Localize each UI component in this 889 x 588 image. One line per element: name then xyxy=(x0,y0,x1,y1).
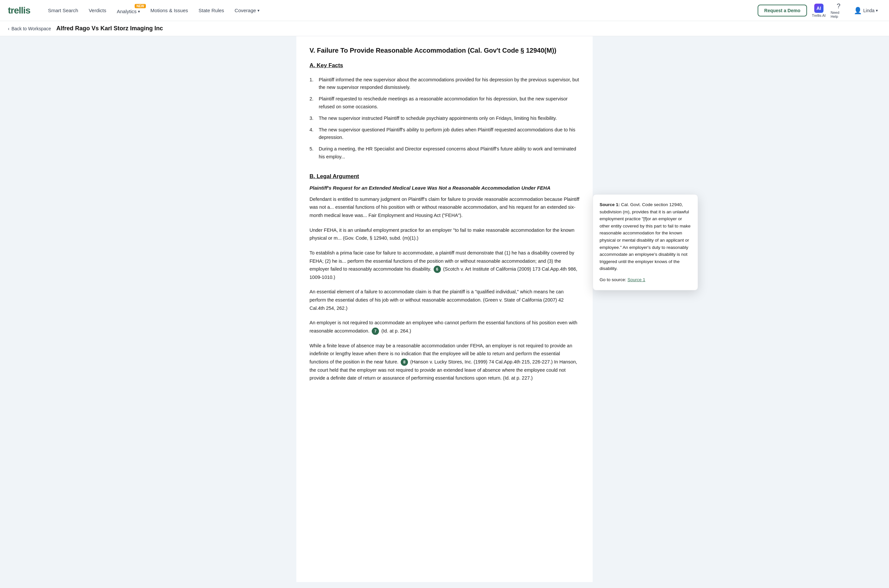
ai-icon: AI xyxy=(814,4,823,13)
list-item: 3. The new supervisor instructed Plainti… xyxy=(309,112,580,124)
app-logo[interactable]: trellis xyxy=(8,5,30,16)
nav-smart-search[interactable]: Smart Search xyxy=(43,5,83,16)
trellis-ai-button[interactable]: AI Trellis AI xyxy=(811,3,827,18)
question-icon: ? xyxy=(837,2,840,10)
nav-verdicts[interactable]: Verdicts xyxy=(84,5,111,16)
page-title: Alfred Rago Vs Karl Storz Imaging Inc xyxy=(56,25,163,32)
nav-state-rules[interactable]: State Rules xyxy=(194,5,229,16)
need-help-label: Need Help xyxy=(831,10,847,18)
paragraph-6: While a finite leave of absence may be a… xyxy=(309,342,580,382)
legal-argument-heading: B. Legal Argument xyxy=(309,173,580,180)
nav-right: Request a Demo AI Trellis AI ? Need Help… xyxy=(758,3,881,18)
source-popup-body: Source 1: Cal. Govt. Code section 12940,… xyxy=(600,201,691,272)
source-popup: Source 1: Cal. Govt. Code section 12940,… xyxy=(593,194,698,290)
coverage-chevron: ▾ xyxy=(258,8,259,13)
citation-badge-6[interactable]: 6 xyxy=(434,266,441,273)
legal-sub-heading: Plaintiff's Request for an Extended Medi… xyxy=(309,185,580,190)
back-label: Back to Workspace xyxy=(12,26,51,31)
paragraph-3: To establish a prima facie case for fail… xyxy=(309,249,580,282)
main-section-heading: V. Failure To Provide Reasonable Accommo… xyxy=(309,47,580,54)
user-menu-button[interactable]: 👤 Linda ▾ xyxy=(850,4,881,16)
list-item: 1. Plaintiff informed the new supervisor… xyxy=(309,74,580,93)
paragraph-2: Under FEHA, it is an unlawful employment… xyxy=(309,226,580,242)
user-name-label: Linda xyxy=(864,8,874,13)
analytics-chevron: ▾ xyxy=(138,9,140,14)
user-chevron: ▾ xyxy=(876,8,878,13)
key-facts-list: 1. Plaintiff informed the new supervisor… xyxy=(309,74,580,163)
back-to-workspace-link[interactable]: ‹ Back to Workspace xyxy=(8,26,51,31)
list-item: 2. Plaintiff requested to reschedule mee… xyxy=(309,93,580,112)
breadcrumb-bar: ‹ Back to Workspace Alfred Rago Vs Karl … xyxy=(0,21,889,36)
navbar: trellis Smart Search Verdicts NEW Analyt… xyxy=(0,0,889,21)
need-help-button[interactable]: ? Need Help xyxy=(831,3,847,18)
analytics-badge: NEW xyxy=(135,4,145,8)
source-popup-link[interactable]: Source 1 xyxy=(628,277,645,282)
nav-links: Smart Search Verdicts NEW Analytics ▾ Mo… xyxy=(43,4,747,17)
key-facts-heading: A. Key Facts xyxy=(309,62,580,69)
paragraph-1: Defendant is entitled to summary judgmen… xyxy=(309,195,580,220)
citation-badge-7[interactable]: 7 xyxy=(372,328,379,335)
list-item: 5. During a meeting, the HR Specialist a… xyxy=(309,143,580,162)
user-icon: 👤 xyxy=(854,7,862,15)
list-item: 4. The new supervisor questioned Plainti… xyxy=(309,124,580,143)
nav-analytics[interactable]: NEW Analytics ▾ xyxy=(112,4,145,17)
citation-badge-8[interactable]: 8 xyxy=(401,358,408,366)
paragraph-4: An essential element of a failure to acc… xyxy=(309,288,580,312)
source-popup-footer: Go to source: Source 1 xyxy=(600,276,691,284)
trellis-ai-label: Trellis AI xyxy=(812,14,826,18)
paragraph-5: An employer is not required to accommoda… xyxy=(309,319,580,335)
nav-motions-issues[interactable]: Motions & Issues xyxy=(146,5,193,16)
nav-coverage[interactable]: Coverage ▾ xyxy=(230,5,264,16)
request-demo-button[interactable]: Request a Demo xyxy=(758,4,807,16)
source-popup-title: Source 1: xyxy=(600,202,620,207)
main-content: V. Failure To Provide Reasonable Accommo… xyxy=(296,36,593,582)
back-arrow-icon: ‹ xyxy=(8,26,9,31)
